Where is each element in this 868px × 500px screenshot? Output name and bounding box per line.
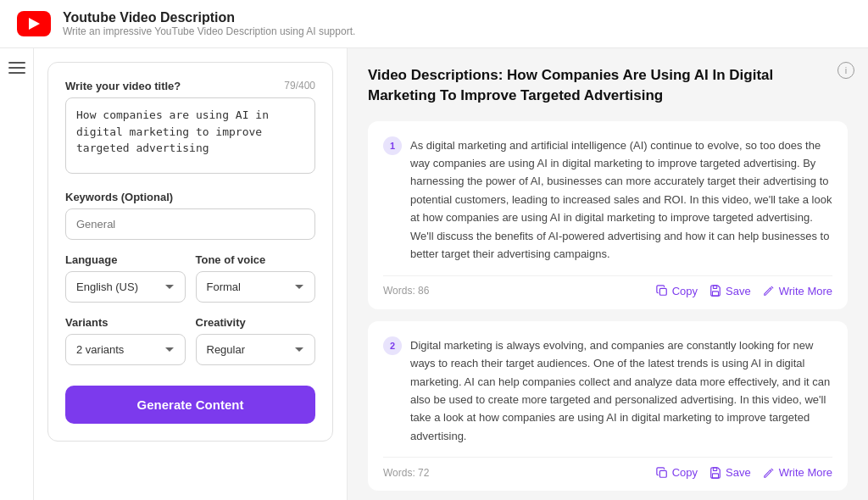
- char-count: 79/400: [284, 80, 315, 92]
- copy-icon-1: [656, 285, 668, 297]
- copy-button-1[interactable]: Copy: [656, 285, 698, 297]
- right-panel: i Video Descriptions: How Companies Are …: [348, 48, 868, 500]
- save-icon-1: [709, 285, 721, 297]
- creativity-col: Creativity Regular Creative Very Creativ…: [196, 316, 316, 365]
- info-icon[interactable]: i: [837, 62, 854, 79]
- tone-col: Tone of voice Formal Casual Friendly Pro…: [196, 253, 316, 303]
- result-footer-2: Words: 72 Copy: [383, 457, 832, 479]
- form-card: Write your video title? 79/400 How compa…: [47, 62, 333, 442]
- language-select[interactable]: English (US) English (UK) Spanish French…: [65, 271, 186, 303]
- title-label-row: Write your video title? 79/400: [65, 80, 315, 92]
- language-tone-row: Language English (US) English (UK) Spani…: [65, 253, 315, 303]
- result-footer-1: Words: 86 Copy: [383, 275, 832, 297]
- result-actions-2: Copy Save: [656, 466, 832, 479]
- title-label: Write your video title?: [65, 80, 181, 92]
- header-text: Youtube Video Description Write an impre…: [63, 10, 355, 37]
- header: Youtube Video Description Write an impre…: [0, 0, 868, 48]
- language-col: Language English (US) English (UK) Spani…: [65, 253, 186, 303]
- generate-button[interactable]: Generate Content: [65, 386, 315, 424]
- video-title-input[interactable]: How companies are using AI in digital ma…: [65, 97, 315, 174]
- svg-rect-0: [659, 289, 666, 296]
- svg-rect-1: [713, 286, 716, 289]
- word-count-1: Words: 86: [383, 285, 429, 297]
- save-button-1[interactable]: Save: [709, 285, 751, 297]
- keywords-group: Keywords (Optional): [65, 191, 315, 240]
- save-button-2[interactable]: Save: [709, 466, 751, 479]
- word-count-2: Words: 72: [383, 467, 429, 479]
- output-title: Video Descriptions: How Companies Are Us…: [368, 65, 848, 106]
- app-title: Youtube Video Description: [63, 10, 355, 25]
- result-card-1: 1 As digital marketing and artificial in…: [368, 121, 848, 309]
- tone-select[interactable]: Formal Casual Friendly Professional: [196, 271, 316, 303]
- write-more-icon-1: [763, 285, 775, 297]
- svg-rect-2: [713, 292, 719, 296]
- svg-rect-5: [713, 474, 719, 478]
- language-label: Language: [65, 253, 186, 266]
- write-more-button-1[interactable]: Write More: [763, 285, 832, 297]
- title-group: Write your video title? 79/400 How compa…: [65, 80, 315, 177]
- result-number-2: 2: [383, 336, 402, 355]
- copy-button-2[interactable]: Copy: [656, 466, 698, 479]
- youtube-icon: [17, 11, 51, 36]
- result-card-2: 2 Digital marketing is always evolving, …: [368, 321, 848, 492]
- save-icon-2: [709, 467, 721, 479]
- result-actions-1: Copy Save: [656, 285, 832, 297]
- variants-select[interactable]: 1 variant 2 variants 3 variants: [65, 334, 186, 365]
- hamburger-icon[interactable]: [8, 62, 25, 74]
- creativity-label: Creativity: [196, 316, 316, 329]
- write-more-button-2[interactable]: Write More: [763, 466, 832, 479]
- variants-col: Variants 1 variant 2 variants 3 variants: [65, 316, 186, 365]
- write-more-icon-2: [763, 467, 775, 479]
- sidebar-toggle[interactable]: [0, 48, 34, 500]
- copy-icon-2: [656, 467, 668, 479]
- tone-label: Tone of voice: [196, 253, 316, 266]
- result-text-2: Digital marketing is always evolving, an…: [410, 336, 832, 446]
- result-text-1: As digital marketing and artificial inte…: [410, 136, 832, 264]
- variants-label: Variants: [65, 316, 186, 329]
- svg-rect-3: [659, 470, 666, 477]
- variants-creativity-row: Variants 1 variant 2 variants 3 variants…: [65, 316, 315, 365]
- left-panel: Write your video title? 79/400 How compa…: [34, 48, 348, 500]
- creativity-select[interactable]: Regular Creative Very Creative: [196, 334, 316, 365]
- result-number-1: 1: [383, 136, 402, 155]
- app-subtitle: Write an impressive YouTube Video Descri…: [63, 25, 355, 37]
- main-layout: Write your video title? 79/400 How compa…: [0, 48, 868, 500]
- keywords-input[interactable]: [65, 208, 315, 240]
- keywords-label: Keywords (Optional): [65, 191, 315, 203]
